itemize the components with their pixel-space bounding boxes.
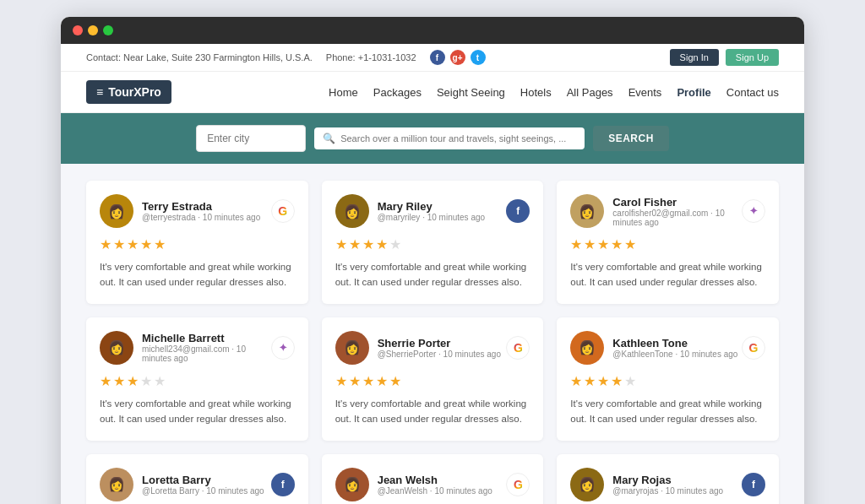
reviewer-details: Mary Rojas @maryrojas · 10 minutes ago	[612, 474, 723, 496]
dot-yellow[interactable]	[88, 25, 98, 35]
nav-contact[interactable]: Contact us	[726, 86, 779, 99]
reviewer-info: 👩 Carol Fisher carolfisher02@gmail.com ·…	[570, 194, 742, 228]
star-rating: ★★★★★	[570, 373, 765, 389]
reviewer-handle: @maryriley · 10 minutes ago	[378, 213, 485, 222]
avatar: 👩	[335, 468, 369, 501]
star: ★	[389, 236, 401, 252]
star: ★	[335, 236, 347, 252]
star: ★	[100, 373, 112, 389]
dot-green[interactable]	[103, 25, 113, 35]
avatar-emoji: 👩	[108, 476, 125, 492]
reviewer-handle: carolfisher02@gmail.com · 10 minutes ago	[612, 209, 742, 227]
reviewer-info: 👩 Michelle Barrett michell234@gmail.com …	[100, 331, 271, 365]
reviewer-details: Terry Estrada @terryestrada · 10 minutes…	[142, 200, 260, 222]
reviewer-header: 👩 Terry Estrada @terryestrada · 10 minut…	[100, 194, 295, 228]
nav-all-pages[interactable]: All Pages	[567, 86, 613, 99]
nav-seight-seeing[interactable]: Seight Seeing	[437, 86, 505, 99]
reviewer-name: Mary Rojas	[612, 474, 723, 486]
logo-text: TourXPro	[108, 85, 161, 99]
star: ★	[611, 236, 623, 252]
review-card: 👩 Mary Rojas @maryrojas · 10 minutes ago…	[557, 454, 779, 504]
google-icon: G	[271, 199, 295, 223]
reviewer-name: Mary Riley	[378, 200, 485, 213]
logo[interactable]: ≡ TourXPro	[86, 80, 171, 104]
reviewer-info: 👩 Sherrie Porter @SherriePorter · 10 min…	[335, 331, 501, 365]
reviewer-header: 👩 Mary Rojas @maryrojas · 10 minutes ago…	[570, 468, 765, 501]
reviewer-name: Jean Welsh	[378, 474, 492, 486]
reviewer-info: 👩 Mary Rojas @maryrojas · 10 minutes ago	[570, 468, 723, 501]
reviewer-handle: @maryrojas · 10 minutes ago	[612, 486, 723, 496]
reviewer-name: Sherrie Porter	[378, 337, 501, 350]
dot-red[interactable]	[73, 25, 83, 35]
reviewer-header: 👩 Carol Fisher carolfisher02@gmail.com ·…	[570, 194, 765, 228]
star: ★	[624, 236, 636, 252]
reviewer-details: Mary Riley @maryriley · 10 minutes ago	[378, 200, 485, 222]
star: ★	[100, 236, 112, 252]
review-text: It's very comfortable and great while wo…	[100, 396, 295, 427]
star: ★	[376, 236, 388, 252]
reviewer-header: 👩 Mary Riley @maryriley · 10 minutes ago…	[335, 194, 530, 228]
nav-links: Home Packages Seight Seeing Hotels All P…	[329, 86, 779, 99]
star: ★	[611, 373, 623, 389]
reviewer-info: 👩 Jean Welsh @JeanWelsh · 10 minutes ago	[335, 468, 492, 501]
facebook-icon[interactable]: f	[430, 50, 445, 65]
avatar: 👩	[100, 468, 133, 501]
search-input[interactable]	[340, 133, 576, 144]
avatar: 👩	[570, 468, 604, 501]
nav-home[interactable]: Home	[329, 86, 358, 99]
avatar: 👩	[570, 194, 604, 228]
phone-info: Phone: +1-1031-1032	[326, 52, 416, 62]
reviewer-info: 👩 Kathleen Tone @KathleenTone · 10 minut…	[570, 331, 737, 365]
star: ★	[570, 373, 582, 389]
review-text: It's very comfortable and great while wo…	[570, 396, 765, 427]
reviews-grid: 👩 Terry Estrada @terryestrada · 10 minut…	[86, 181, 779, 504]
google-icon: G	[506, 336, 530, 360]
nav-profile[interactable]: Profile	[677, 86, 710, 99]
avatar-emoji: 👩	[344, 339, 361, 355]
logo-icon: ≡	[96, 85, 103, 99]
star-rating: ★★★★★	[570, 236, 765, 252]
review-text: It's very comfortable and great while wo…	[570, 259, 765, 290]
review-card: 👩 Carol Fisher carolfisher02@gmail.com ·…	[557, 181, 779, 304]
review-text: It's very comfortable and great while wo…	[335, 259, 530, 290]
star-rating: ★★★★★	[335, 236, 530, 252]
reviewer-info: 👩 Mary Riley @maryriley · 10 minutes ago	[335, 194, 485, 228]
googleplus-icon[interactable]: g+	[450, 50, 465, 65]
star: ★	[127, 236, 139, 252]
review-card: 👩 Sherrie Porter @SherriePorter · 10 min…	[322, 317, 544, 441]
signin-button[interactable]: Sign In	[670, 49, 719, 66]
google-icon: G	[506, 473, 530, 496]
reviewer-details: Loretta Barry @Loretta Barry · 10 minute…	[142, 474, 264, 496]
star: ★	[362, 236, 374, 252]
star: ★	[597, 236, 609, 252]
city-input[interactable]	[196, 125, 306, 152]
avatar-emoji: 👩	[344, 476, 361, 492]
twitter-icon[interactable]: t	[471, 50, 486, 65]
reviewer-details: Jean Welsh @JeanWelsh · 10 minutes ago	[378, 474, 492, 496]
star: ★	[362, 373, 374, 389]
star: ★	[154, 236, 166, 252]
star: ★	[349, 236, 361, 252]
nav-hotels[interactable]: Hotels	[520, 86, 552, 99]
avatar: 👩	[335, 194, 369, 228]
nav-events[interactable]: Events	[628, 86, 662, 99]
reviewer-details: Michelle Barrett michell234@gmail.com · …	[142, 332, 271, 363]
star-rating: ★★★★★	[335, 373, 530, 389]
review-text: It's very comfortable and great while wo…	[100, 259, 295, 290]
search-input-wrap: 🔍	[314, 127, 585, 149]
nav-bar: ≡ TourXPro Home Packages Seight Seeing H…	[61, 72, 804, 113]
browser-chrome	[61, 17, 804, 44]
reviewer-header: 👩 Sherrie Porter @SherriePorter · 10 min…	[335, 331, 530, 365]
nav-packages[interactable]: Packages	[373, 86, 422, 99]
reviewer-handle: @terryestrada · 10 minutes ago	[142, 213, 260, 222]
avatar-emoji: 👩	[344, 203, 361, 219]
top-bar: Contact: Near Lake, Suite 230 Farmington…	[61, 44, 804, 72]
content: 👩 Terry Estrada @terryestrada · 10 minut…	[61, 164, 804, 504]
reviewer-name: Terry Estrada	[142, 200, 260, 213]
star: ★	[597, 373, 609, 389]
star: ★	[140, 236, 152, 252]
search-button[interactable]: SEARCH	[593, 126, 669, 151]
reviewer-details: Carol Fisher carolfisher02@gmail.com · 1…	[612, 196, 742, 227]
signup-button[interactable]: Sign Up	[726, 49, 779, 66]
star: ★	[113, 236, 125, 252]
